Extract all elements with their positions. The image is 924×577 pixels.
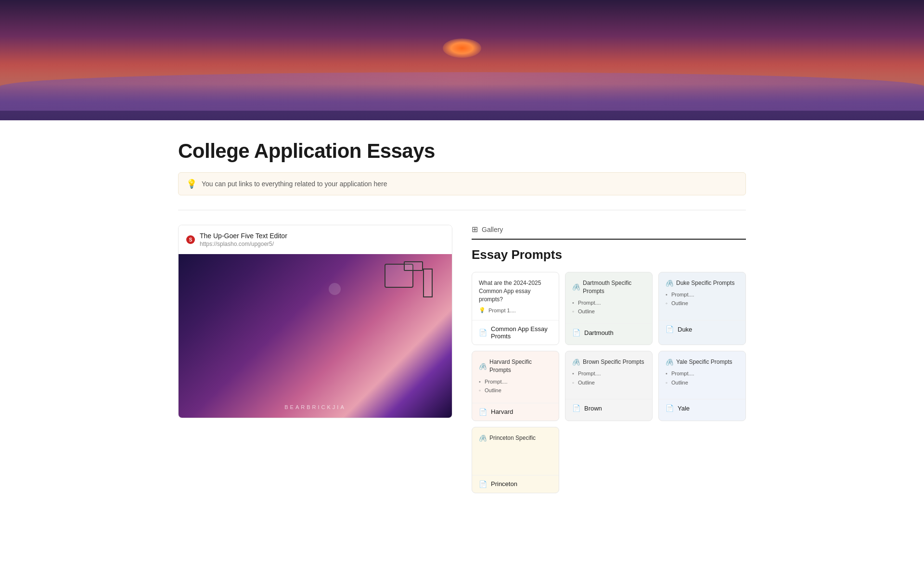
bullet-outline-harvard: Outline <box>479 387 552 394</box>
card-preview-yale: 🖇️ Yale Specific Prompts Prompt.... Outl… <box>659 351 745 399</box>
bullet-prompt-duke: Prompt.... <box>666 291 739 298</box>
link-card-title: The Up-Goer Five Text Editor <box>200 232 287 240</box>
card-bullets-common-app: 💡 Prompt 1.... <box>479 307 552 313</box>
card-preview-common-app: What are the 2024-2025 Common App essay … <box>472 272 559 321</box>
yale-preview-icon: 🖇️ <box>666 359 673 366</box>
bullet-prompt-brown: Prompt.... <box>572 370 645 377</box>
card-preview-princeton: 🖇️ Princeton Specific <box>472 427 559 475</box>
lightbulb-bullet-icon: 💡 <box>479 307 486 313</box>
doc-icon-harvard: 📄 <box>479 408 487 416</box>
card-name-yale: Yale <box>678 405 690 412</box>
bullet-outline-dartmouth: Outline <box>572 308 645 315</box>
card-footer-princeton: 📄 Princeton <box>472 475 559 493</box>
essay-card-princeton[interactable]: 🖇️ Princeton Specific 📄 Princeton <box>472 427 559 493</box>
duke-preview-icon: 🖇️ <box>666 280 673 287</box>
essay-card-dartmouth[interactable]: 🖇️ Dartmouth Specific Prompts Prompt....… <box>565 272 653 345</box>
watermark-text: BEARBRICKJIA <box>284 404 346 410</box>
card-preview-duke: 🖇️ Duke Specific Prompts Prompt.... Outl… <box>659 272 745 321</box>
card-footer-brown: 📄 Brown <box>565 399 652 417</box>
link-card-upgoer[interactable]: S The Up-Goer Five Text Editor https://s… <box>178 225 452 418</box>
wave-overlay <box>0 72 924 111</box>
card-footer-duke: 📄 Duke <box>659 321 745 338</box>
bullet-outline-yale: Outline <box>666 379 739 386</box>
gallery-title: Essay Prompts <box>472 247 746 262</box>
card-footer-dartmouth: 📄 Dartmouth <box>565 324 652 341</box>
essay-card-harvard[interactable]: 🖇️ Harvard Specific Prompts Prompt.... O… <box>472 351 559 421</box>
essay-card-common-app[interactable]: What are the 2024-2025 Common App essay … <box>472 272 559 345</box>
link-card-image: BEARBRICKJIA <box>179 254 452 418</box>
page-content: College Application Essays 💡 You can put… <box>149 120 775 513</box>
card-title-duke: Duke Specific Prompts <box>676 279 734 287</box>
card-name-common-app: Common App Essay Promts <box>491 325 552 340</box>
bullet-prompt-dartmouth: Prompt.... <box>572 299 645 307</box>
doc-icon-dartmouth: 📄 <box>572 329 580 336</box>
right-panel: ⊞ Gallery Essay Prompts What are the 202… <box>472 225 746 493</box>
essay-card-yale[interactable]: 🖇️ Yale Specific Prompts Prompt.... Outl… <box>658 351 746 421</box>
card-name-brown: Brown <box>584 405 602 412</box>
link-card-info: The Up-Goer Five Text Editor https://spl… <box>200 232 287 247</box>
card-name-princeton: Princeton <box>491 480 517 487</box>
callout-box: 💡 You can put links to everything relate… <box>178 172 746 195</box>
sun-glow <box>443 38 481 58</box>
doc-icon-common-app: 📄 <box>479 329 487 336</box>
card-title-brown: Brown Specific Prompts <box>583 358 644 366</box>
section-divider <box>178 210 746 210</box>
card-preview-brown: 🖇️ Brown Specific Prompts Prompt.... Out… <box>565 351 652 399</box>
hero-banner <box>0 0 924 120</box>
card-name-duke: Duke <box>678 326 692 333</box>
main-layout: S The Up-Goer Five Text Editor https://s… <box>178 225 746 493</box>
essay-card-brown[interactable]: 🖇️ Brown Specific Prompts Prompt.... Out… <box>565 351 653 421</box>
gallery-label: Gallery <box>482 226 503 233</box>
harvard-preview-icon: 🖇️ <box>479 363 487 370</box>
gallery-header: ⊞ Gallery <box>472 225 746 240</box>
doc-icon-princeton: 📄 <box>479 480 487 488</box>
brown-preview-icon: 🖇️ <box>572 359 580 366</box>
card-footer-yale: 📄 Yale <box>659 399 745 417</box>
card-title-harvard: Harvard Specific Prompts <box>489 358 552 374</box>
lightbulb-icon: 💡 <box>186 179 197 189</box>
card-preview-dartmouth: 🖇️ Dartmouth Specific Prompts Prompt....… <box>565 272 652 324</box>
bullet-prompt-harvard: Prompt.... <box>479 378 552 385</box>
card-title-common-app: What are the 2024-2025 Common App essay … <box>479 279 552 303</box>
card-footer-harvard: 📄 Harvard <box>472 403 559 421</box>
card-footer-common-app: 📄 Common App Essay Promts <box>472 321 559 345</box>
bullet-outline-duke: Outline <box>666 300 739 307</box>
card-title-yale: Yale Specific Prompts <box>676 358 732 366</box>
doc-icon-yale: 📄 <box>666 404 674 412</box>
essay-card-duke[interactable]: 🖇️ Duke Specific Prompts Prompt.... Outl… <box>658 272 746 345</box>
card-name-harvard: Harvard <box>491 408 513 415</box>
link-card-header: S The Up-Goer Five Text Editor https://s… <box>179 225 452 254</box>
doc-icon-duke: 📄 <box>666 325 674 333</box>
bullet-prompt-yale: Prompt.... <box>666 370 739 377</box>
moon-decoration <box>329 283 341 295</box>
bullet-text: Prompt 1.... <box>488 308 516 313</box>
doc-icon-brown: 📄 <box>572 404 580 412</box>
page-title: College Application Essays <box>178 140 746 163</box>
card-title-princeton: Princeton Specific <box>489 434 536 442</box>
bullet-prompt1: 💡 Prompt 1.... <box>479 307 552 313</box>
cards-grid: What are the 2024-2025 Common App essay … <box>472 272 746 493</box>
card-name-dartmouth: Dartmouth <box>584 329 614 336</box>
bullet-outline-brown: Outline <box>572 379 645 386</box>
link-card-url: https://splasho.com/upgoer5/ <box>200 241 287 247</box>
card-preview-harvard: 🖇️ Harvard Specific Prompts Prompt.... O… <box>472 351 559 403</box>
link-card-favicon: S <box>186 235 195 244</box>
princeton-preview-icon: 🖇️ <box>479 435 487 442</box>
callout-text: You can put links to everything related … <box>202 180 387 188</box>
gallery-icon: ⊞ <box>472 225 478 234</box>
left-panel: S The Up-Goer Five Text Editor https://s… <box>178 225 452 493</box>
dartmouth-preview-icon: 🖇️ <box>572 283 580 291</box>
card-title-dartmouth: Dartmouth Specific Prompts <box>583 279 645 295</box>
